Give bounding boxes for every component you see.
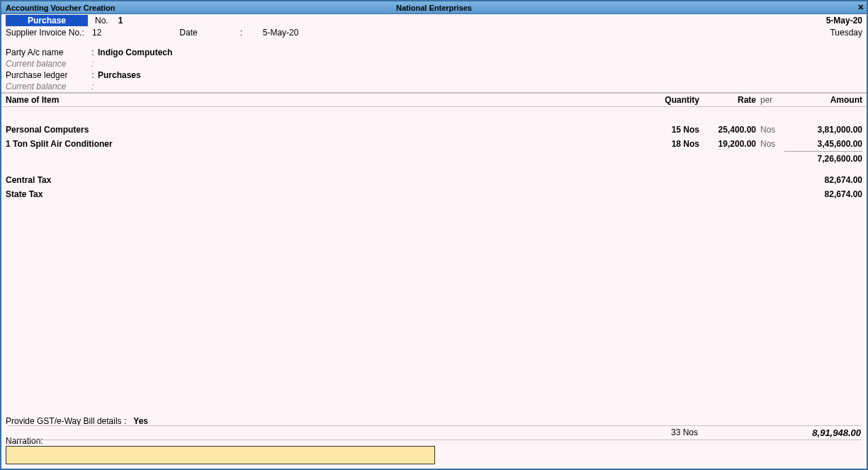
item-per: Nos <box>756 137 784 151</box>
voucher-footer: Provide GST/e-Way Bill details : Yes Nar… <box>1 413 867 469</box>
party-name-value[interactable]: Indigo Computech <box>98 47 172 57</box>
party-curbal-label: Current balance <box>6 59 88 69</box>
col-header-rate: Rate <box>699 95 756 105</box>
col-header-name: Name of Item <box>6 95 643 105</box>
col-header-qty: Quantity <box>643 95 699 105</box>
col-header-amount: Amount <box>784 95 862 105</box>
titlebar: Accounting Voucher Creation National Ent… <box>1 1 867 14</box>
titlebar-title: Accounting Voucher Creation <box>1 4 115 12</box>
ledger-curbal-label: Current balance <box>6 82 88 91</box>
tax-amount: 82,674.00 <box>784 187 862 201</box>
tax-row[interactable]: Central Tax 82,674.00 <box>6 173 862 187</box>
tax-name: State Tax <box>6 187 643 201</box>
item-row[interactable]: 1 Ton Split Air Conditioner 18 Nos 19,20… <box>6 137 862 151</box>
voucher-header: Purchase No. 1 5-May-20 Supplier Invoice… <box>1 14 867 93</box>
titlebar-company: National Enterprises <box>396 4 472 12</box>
close-icon[interactable]: × <box>858 1 864 13</box>
purchase-ledger-label: Purchase ledger <box>6 70 88 80</box>
tax-amount: 82,674.00 <box>784 173 862 187</box>
total-qty: 33 Nos <box>641 427 698 438</box>
party-label: Party A/c name <box>6 47 88 57</box>
tax-row[interactable]: State Tax 82,674.00 <box>6 187 862 201</box>
voucher-date[interactable]: 5-May-20 <box>826 16 862 26</box>
supplier-invoice-value[interactable]: 12 <box>92 28 101 38</box>
voucher-no-label: No. <box>95 16 108 26</box>
invoice-date-colon: : <box>240 28 250 38</box>
total-amount: 8,91,948.00 <box>783 427 861 438</box>
voucher-day: Tuesday <box>830 28 862 38</box>
item-row[interactable]: Personal Computers 15 Nos 25,400.00 Nos … <box>6 123 862 137</box>
item-amount: 3,81,000.00 <box>784 123 862 137</box>
item-qty: 18 Nos <box>643 137 699 151</box>
invoice-date-value[interactable]: 5-May-20 <box>263 28 299 38</box>
item-amount: 3,45,600.00 <box>784 137 862 151</box>
voucher-type-selector[interactable]: Purchase <box>6 15 88 26</box>
subtotal-row: 7,26,600.00 <box>6 151 862 166</box>
gst-details-value[interactable]: Yes <box>133 416 148 426</box>
voucher-window: Accounting Voucher Creation National Ent… <box>0 0 868 470</box>
item-rate: 25,400.00 <box>699 123 756 137</box>
item-name: 1 Ton Split Air Conditioner <box>6 137 643 151</box>
col-header-per: per <box>756 95 784 105</box>
item-per: Nos <box>756 123 784 137</box>
purchase-ledger-value[interactable]: Purchases <box>98 70 141 80</box>
gst-details-label: Provide GST/e-Way Bill details : <box>6 416 126 426</box>
item-name: Personal Computers <box>6 123 643 137</box>
invoice-date-label: Date <box>179 28 197 38</box>
narration-input[interactable] <box>6 446 435 464</box>
tax-name: Central Tax <box>6 173 643 187</box>
item-rate: 19,200.00 <box>699 137 756 151</box>
voucher-no-value[interactable]: 1 <box>118 16 123 26</box>
item-grid-header: Name of Item Quantity Rate per Amount <box>1 93 867 107</box>
subtotal-amount: 7,26,600.00 <box>784 151 862 166</box>
item-grid-body: Personal Computers 15 Nos 25,400.00 Nos … <box>1 107 867 413</box>
supplier-invoice-label: Supplier Invoice No.: <box>6 28 92 38</box>
item-qty: 15 Nos <box>643 123 699 137</box>
